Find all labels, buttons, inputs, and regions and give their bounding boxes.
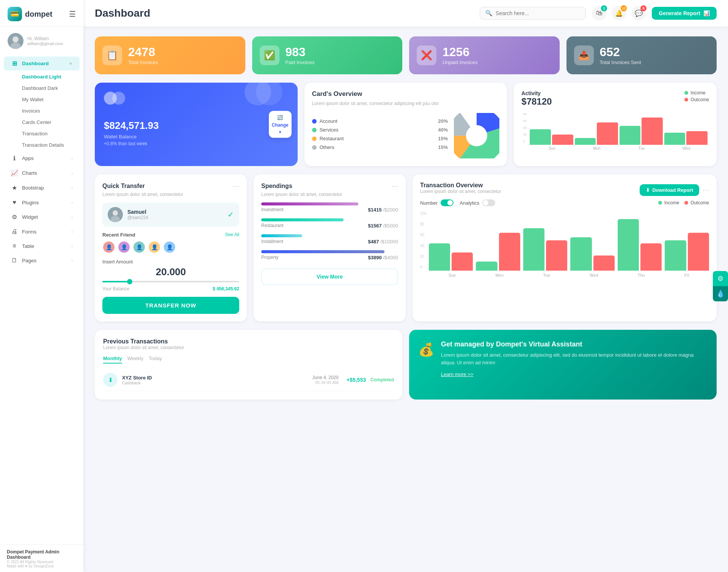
sidebar-item-pages[interactable]: 🗋 Pages ›: [4, 254, 80, 267]
bar-group-wed: [664, 131, 708, 145]
analytics-toggle[interactable]: [482, 199, 495, 206]
installment-label: Installment: [261, 239, 283, 244]
property-amount: $3890 /$4000: [368, 255, 398, 261]
prev-tx-tabs: Monthly Weekly Today: [103, 356, 394, 364]
chart-bar-icon: 📊: [703, 10, 710, 16]
outcome-legend: Outcome: [684, 97, 709, 102]
unpaid-invoices-label: Unpaid Invoices: [442, 60, 478, 65]
cards-overview-title: Card's Overview: [312, 90, 500, 98]
footer-made: Made with ♥ by DesignZone: [7, 564, 77, 568]
sidebar-item-apps[interactable]: ℹ Apps ›: [4, 151, 80, 165]
forms-icon: 🖨: [11, 228, 18, 235]
sidebar-sub-dashboard-light[interactable]: Dashboard Light: [4, 71, 80, 82]
va-learn-more-link[interactable]: Learn more >>: [441, 371, 473, 377]
bag-button[interactable]: 🛍 2: [592, 6, 606, 20]
spendings-dots-button[interactable]: ⋯: [391, 182, 398, 190]
generate-report-label: Generate Report: [659, 10, 700, 16]
sidebar-sub-invoices[interactable]: Invoices: [4, 105, 80, 116]
cards-overview-list: Account 20% Services 40% Restaurant 15%: [312, 118, 448, 153]
bell-button[interactable]: 🔔 12: [612, 6, 626, 20]
message-button[interactable]: 💬 5: [631, 6, 646, 20]
tx-y-20: 20: [420, 254, 427, 259]
tab-today[interactable]: Today: [149, 356, 162, 364]
tab-weekly[interactable]: Weekly: [127, 356, 143, 364]
transfer-now-button[interactable]: TRANSFER NOW: [102, 297, 239, 314]
tx-chart-labels-row: Sun Mon Tue Wed Thu Fri: [429, 273, 709, 277]
recent-friends-label: Recent Friend: [102, 232, 135, 238]
generate-report-button[interactable]: Generate Report 📊: [652, 7, 717, 20]
balance-row: Your Balance $ 456,345.62: [102, 286, 239, 291]
sidebar-item-bootstrap[interactable]: ★ Bootstrap ›: [4, 181, 80, 195]
tx-day-wed: Wed: [590, 273, 598, 277]
change-button[interactable]: 🔄 Change ▼: [269, 111, 292, 138]
y-label-0: 0: [523, 139, 527, 143]
prev-tx-header: Previous Transactions Lorem ipsum dolor …: [103, 338, 394, 350]
number-toggle[interactable]: [441, 199, 453, 206]
spending-restaurant: Restaurant $1567 /$5000: [261, 218, 398, 229]
tx-day-fri: Fri: [684, 273, 689, 277]
see-all-link[interactable]: See All: [225, 232, 239, 238]
sidebar-sub-transaction[interactable]: Transaction: [4, 128, 80, 139]
download-report-button[interactable]: ⬇ Download Report: [640, 184, 699, 196]
friend-avatar-4[interactable]: 👤: [148, 241, 161, 254]
check-icon: ✓: [228, 210, 234, 219]
msg-badge: 5: [640, 5, 646, 11]
charts-icon: 📈: [11, 169, 18, 177]
spendings-header: Spendings ⋯: [261, 182, 398, 190]
tx-overview-dots-button[interactable]: ⋯: [702, 186, 709, 194]
sidebar-sub-dashboard-dark[interactable]: Dashboard Dark: [4, 83, 80, 94]
sidebar-forms-label: Forms: [22, 229, 36, 235]
sidebar-item-charts[interactable]: 📈 Charts ›: [4, 166, 80, 180]
view-more-button[interactable]: View More: [261, 268, 398, 285]
sidebar-sub-my-wallet[interactable]: My Wallet: [4, 94, 80, 105]
sidebar-item-dashboard[interactable]: ⊞ Dashboard ▼: [4, 56, 80, 71]
friend-avatar-5[interactable]: 👤: [163, 241, 176, 254]
sidebar-sub-transaction-details[interactable]: Transaction Details: [4, 139, 80, 150]
tx-bar-mon-outcome: [499, 233, 520, 271]
bottom-row: Quick Transfer ⋯ Lorem ipsum dolor sit a…: [95, 174, 717, 321]
number-toggle-group: Number: [420, 199, 453, 206]
theme-action-button[interactable]: 💧: [713, 286, 728, 301]
amount-slider[interactable]: [102, 281, 239, 282]
content-area: 📋 2478 Total Invoices ✅ 983 Paid Invoice…: [83, 27, 728, 572]
tx-bar-group-tue: [523, 228, 568, 271]
installment-bar: [261, 234, 302, 237]
tx-chart-inner: Sun Mon Tue Wed Thu Fri: [429, 210, 709, 277]
dashboard-icon: ⊞: [11, 60, 18, 67]
others-dot: [312, 145, 317, 150]
tab-monthly[interactable]: Monthly: [103, 356, 122, 364]
sidebar-item-forms[interactable]: 🖨 Forms ›: [4, 225, 80, 238]
income-legend-label: Income: [690, 90, 705, 96]
transfer-user-row: Samuel @sam224 ✓: [102, 202, 239, 227]
quick-transfer-dots-button[interactable]: ⋯: [232, 182, 239, 190]
sidebar-item-table[interactable]: ≡ Table ›: [4, 239, 80, 253]
others-label: Others: [312, 144, 334, 150]
y-label-40: 40: [523, 126, 527, 130]
friend-avatar-1[interactable]: 👤: [102, 241, 115, 254]
tx-bar-sun-outcome: [452, 252, 473, 271]
sidebar-item-widget[interactable]: ⚙ Widget ›: [4, 210, 80, 224]
sidebar-sub-cards-center[interactable]: Cards Center: [4, 117, 80, 128]
hamburger-icon[interactable]: ☰: [69, 9, 76, 19]
tx-y-labels: 0 20 40 60 80 100: [420, 210, 427, 271]
download-icon: ⬇: [646, 187, 650, 193]
y-label-20: 20: [523, 133, 527, 136]
search-input[interactable]: [496, 10, 580, 16]
sidebar-item-plugins[interactable]: ♥ Plugins ›: [4, 196, 80, 209]
settings-action-button[interactable]: ⚙: [713, 271, 728, 286]
friend-avatar-3[interactable]: 👤: [133, 241, 146, 254]
friend-avatar-2[interactable]: 👤: [118, 241, 130, 254]
tx-y-0: 0: [420, 265, 427, 269]
property-bar: [261, 250, 384, 253]
paid-invoices-info: 983 Paid Invoices: [286, 45, 315, 65]
day-label-sun: Sun: [549, 146, 555, 150]
number-label: Number: [420, 200, 438, 206]
tx-outcome-label: Outcome: [690, 200, 709, 205]
y-label-60: 60: [523, 119, 527, 123]
tx-outcome-dot: [684, 201, 688, 205]
bag-badge: 2: [601, 5, 607, 11]
slider-thumb[interactable]: [127, 279, 132, 284]
tx-row-icon: ⬇: [103, 373, 118, 387]
bar-sun-income: [530, 129, 551, 145]
property-total: /$4000: [383, 255, 398, 260]
